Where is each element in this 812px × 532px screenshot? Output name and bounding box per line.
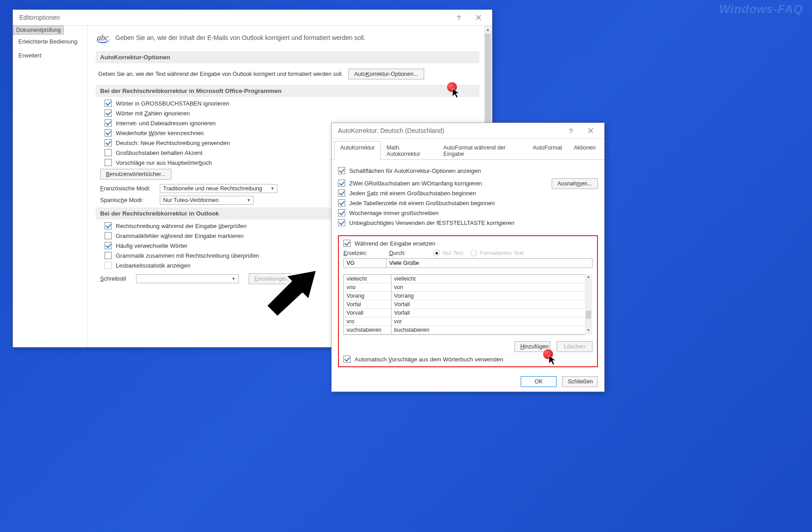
checkbox-icon xyxy=(105,139,112,146)
close-button[interactable] xyxy=(581,124,601,137)
checkbox-icon xyxy=(338,167,345,174)
abc-check-icon: abc xyxy=(96,33,110,43)
arrow-annotation-icon xyxy=(264,268,318,318)
close-dialog-button[interactable]: Schließen xyxy=(562,376,598,387)
sidebar-item-proofing[interactable]: Dokumentprüfung xyxy=(13,26,64,35)
checkbox-icon xyxy=(338,189,345,197)
autocorrect-title: AutoKorrektur: Deutsch (Deutschland) xyxy=(338,127,561,134)
checkbox-icon xyxy=(105,159,112,166)
ok-button[interactable]: OK xyxy=(521,376,557,387)
sidebar-item-ease[interactable]: Erleichterte Bedienung xyxy=(13,35,87,48)
opt-replace-while-typing[interactable]: Während der Eingabe ersetzen xyxy=(343,240,593,247)
tab-autocorrect[interactable]: AutoKorrektur xyxy=(334,141,381,160)
checkbox-icon xyxy=(105,222,112,229)
list-row: VorfalVorfall xyxy=(344,300,585,309)
autocorrect-desc: Geben Sie an, wie der Text während der E… xyxy=(98,71,343,77)
replace-label: Ersetzen: xyxy=(343,250,386,256)
list-row: VorvallVorfall xyxy=(344,309,585,317)
list-row: VorangVorrang xyxy=(344,292,585,300)
custom-dictionaries-button[interactable]: Benutzerwörterbücher... xyxy=(100,169,171,180)
checkbox-icon xyxy=(105,242,112,249)
checkbox-icon xyxy=(105,100,112,107)
sidebar: Dokumentprüfung Erleichterte Bedienung E… xyxy=(13,26,88,347)
replace-input[interactable] xyxy=(343,258,386,268)
autocorrect-options-button[interactable]: AutoKorrektur-Optionen... xyxy=(348,69,424,79)
delete-button[interactable]: Löschen xyxy=(557,341,593,352)
writing-style-label: Schreibstil xyxy=(100,276,126,282)
radio-icon xyxy=(433,250,440,256)
opt-tablecell-cap[interactable]: Jede Tabellenzelle mit einem Großbuchsta… xyxy=(338,199,552,207)
sidebar-item-advanced[interactable]: Erweitert xyxy=(13,48,87,62)
checkbox-icon xyxy=(105,149,112,156)
opt-two-caps[interactable]: ZWei GRoßbuchstaben am WOrtanfang korrig… xyxy=(338,180,552,187)
with-input[interactable] xyxy=(386,258,593,268)
editor-titlebar[interactable]: Editoroptionen ? xyxy=(13,10,492,26)
editor-title: Editoroptionen xyxy=(19,14,449,21)
opt-show-ac-buttons[interactable]: Schaltflächen für AutoKorrektur-Optionen… xyxy=(338,167,598,174)
checkbox-icon xyxy=(105,110,112,117)
writing-style-select[interactable]: ▼ xyxy=(136,274,239,283)
checkbox-icon xyxy=(105,232,112,239)
scroll-down-icon[interactable]: ▼ xyxy=(585,328,592,334)
group-autocorrect-header: AutoKorrektur-Optionen xyxy=(96,51,479,63)
autocorrect-tabs: AutoKorrektur Math. Autokorrektur AutoFo… xyxy=(332,141,604,160)
autocorrect-titlebar[interactable]: AutoKorrektur: Deutsch (Deutschland) ? xyxy=(332,123,604,139)
french-mode-select[interactable]: Traditionelle und neue Rechtschreibung▼ xyxy=(160,184,277,193)
help-button[interactable]: ? xyxy=(449,11,469,24)
tab-autoformat-typing[interactable]: AutoFormat während der Eingabe xyxy=(438,141,527,160)
highlight-annotation: Während der Eingabe ersetzen Ersetzen: D… xyxy=(338,235,598,367)
checkbox-icon xyxy=(338,199,345,207)
scroll-up-icon[interactable]: ▲ xyxy=(484,26,492,34)
radio-formatted-text: Formatierten Text xyxy=(470,250,523,256)
radio-plain-text: Nur Text xyxy=(433,250,463,256)
intro-text: Geben Sie an, wie der Inhalt der E-Mails… xyxy=(115,33,365,41)
spanish-mode-select[interactable]: Nur Tuteo-Verbformen▼ xyxy=(160,196,254,205)
checkbox-icon xyxy=(105,252,112,259)
close-button[interactable] xyxy=(469,11,488,24)
checkbox-icon xyxy=(338,180,345,187)
radio-icon xyxy=(470,250,477,256)
scroll-up-icon[interactable]: ▲ xyxy=(585,275,592,281)
spanish-mode-label: Spanische Modi: xyxy=(100,197,158,203)
checkbox-icon xyxy=(105,262,112,269)
list-row: vrovor xyxy=(344,317,585,326)
list-scrollbar[interactable]: ▲ ▼ xyxy=(585,275,592,334)
checkbox-icon xyxy=(338,209,345,216)
opt-capslock[interactable]: Unbeabsichtigtes Verwenden der fESTSTELL… xyxy=(338,219,552,226)
help-button[interactable]: ? xyxy=(561,124,581,137)
autocorrect-dialog: AutoKorrektur: Deutsch (Deutschland) ? A… xyxy=(331,123,605,392)
checkbox-icon xyxy=(105,119,112,127)
cursor-icon xyxy=(452,88,461,100)
with-label: Durch: xyxy=(389,250,412,256)
tab-autoformat[interactable]: AutoFormat xyxy=(527,141,568,160)
chevron-down-icon: ▼ xyxy=(232,277,236,281)
opt-sentence-cap[interactable]: Jeden Satz mit einem Großbuchstaben begi… xyxy=(338,189,552,197)
scroll-thumb[interactable] xyxy=(586,311,591,319)
watermark-text: Windows-FAQ xyxy=(719,2,803,16)
opt-uppercase-ignore[interactable]: Wörter in GROSSBUCHSTABEN ignorieren xyxy=(105,100,479,107)
checkbox-icon xyxy=(343,240,351,247)
opt-days-cap[interactable]: Wochentage immer großschreiben xyxy=(338,209,552,216)
chevron-down-icon: ▼ xyxy=(271,186,275,191)
tab-math[interactable]: Math. Autokorrektur xyxy=(381,141,438,160)
checkbox-icon xyxy=(343,356,351,363)
list-row: vieleichtvielleicht xyxy=(344,275,585,283)
checkbox-icon xyxy=(338,219,345,226)
tab-actions[interactable]: Aktionen xyxy=(568,141,601,160)
exceptions-button[interactable]: Ausnahmen... xyxy=(552,178,598,189)
chevron-down-icon: ▼ xyxy=(247,198,251,202)
group-office-header: Bei der Rechtschreibkorrektur in Microso… xyxy=(96,85,479,97)
list-row: vnovon xyxy=(344,283,585,292)
french-mode-label: Französische Modi: xyxy=(100,185,158,192)
cursor-icon xyxy=(548,355,557,367)
checkbox-icon xyxy=(105,129,112,136)
autocorrect-list[interactable]: vieleichtvielleicht vnovon VorangVorrang… xyxy=(343,274,585,335)
opt-numbers-ignore[interactable]: Wörter mit Zahlen ignorieren xyxy=(105,110,479,117)
list-row: vuchstabierenbuchstabieren xyxy=(344,326,585,334)
